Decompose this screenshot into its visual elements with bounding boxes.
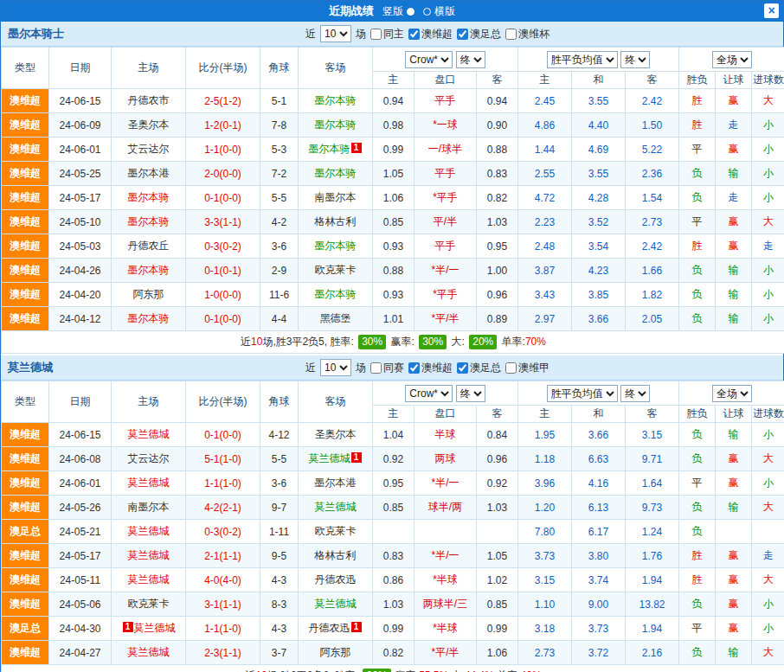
goals-result: 小 (752, 423, 784, 447)
summary-segment: 单率: (498, 336, 525, 348)
away-team[interactable]: 格林古利 (299, 544, 373, 568)
score: 1-2(0-1) (186, 113, 260, 138)
odds-company-select[interactable]: Crow* (405, 51, 453, 68)
home-team[interactable]: 阿东那 (112, 283, 186, 307)
filter-checkbox-league-2[interactable]: 澳足总 (457, 361, 501, 375)
score: 3-3(1-1) (186, 210, 260, 234)
away-team[interactable]: 墨尔本港 (299, 471, 373, 496)
home-team[interactable]: 墨尔本骑 (112, 210, 186, 234)
home-team[interactable]: 丹德农丘 (112, 234, 186, 259)
away-team[interactable]: 丹德农迅1 (299, 617, 373, 641)
layout-horizontal-option[interactable]: 横版 (423, 4, 455, 19)
euro-state-select[interactable]: 终 (620, 51, 650, 68)
league-type: 澳维超 (2, 447, 49, 471)
near-label: 近 (305, 361, 316, 375)
away-team[interactable]: 丹德农迅 (299, 568, 373, 592)
subcol-handicap: 盘口 (414, 406, 477, 423)
away-team[interactable]: 圣奥尔本 (299, 423, 373, 447)
eu-draw-odds: 3.80 (572, 544, 626, 568)
away-team[interactable]: 南墨尔本 (299, 186, 373, 210)
match-row: 澳维超24-06-15莫兰德城0-1(0-0)4-12圣奥尔本1.04半球0.8… (2, 423, 784, 447)
filter-checkbox-league-3[interactable]: 澳维杯 (505, 27, 549, 42)
home-team[interactable]: 南墨尔本 (112, 496, 186, 520)
filter-checkbox-same-venue[interactable]: 同主 (370, 27, 404, 42)
scope-select[interactable]: 全场 (712, 385, 752, 402)
home-team[interactable]: 墨尔本骑 (112, 307, 186, 331)
ah-home-odds: 0.82 (373, 641, 414, 665)
home-team[interactable]: 莫兰德城 (112, 641, 186, 665)
ah-home-odds: 1.05 (373, 162, 414, 186)
away-team[interactable]: 莫兰德城 (299, 496, 373, 520)
odds-state-select[interactable]: 终 (456, 385, 485, 402)
odds-state-select[interactable]: 终 (456, 51, 485, 68)
league-type: 澳维超 (2, 259, 49, 283)
away-team[interactable]: 莫兰德城 (299, 592, 373, 617)
score: 3-1(1-1) (186, 592, 260, 617)
league-type: 澳维超 (2, 162, 49, 186)
filter-checkbox-league-1[interactable]: 澳维超 (408, 27, 453, 42)
home-team[interactable]: 墨尔本骑 (112, 259, 186, 283)
close-icon[interactable]: × (764, 3, 779, 18)
home-team[interactable]: 莫兰德城 (112, 423, 186, 447)
handicap-result: 赢 (716, 210, 752, 234)
eu-home-odds: 2.55 (518, 162, 572, 186)
home-team[interactable]: 墨尔本骑 (112, 186, 186, 210)
team-name: 莫兰德城 (8, 360, 53, 375)
match-count-select[interactable]: 10 (320, 359, 351, 376)
corner-score: 9-7 (260, 496, 299, 520)
ah-away-odds: 0.89 (477, 307, 518, 331)
result: 负 (679, 423, 716, 447)
corner-score: 7-2 (260, 162, 299, 186)
euro-state-select[interactable]: 终 (620, 385, 650, 402)
ah-away-odds: 1.03 (477, 496, 518, 520)
away-team[interactable]: 墨尔本骑1 (299, 138, 373, 162)
handicap: *半球 (414, 568, 477, 592)
away-team[interactable]: 黑德堡 (299, 307, 373, 331)
euro-odds-select[interactable]: 胜平负均值 (547, 51, 618, 68)
home-team[interactable]: 圣奥尔本 (112, 113, 186, 138)
filter-checkbox-league-2[interactable]: 澳足总 (457, 27, 501, 42)
col-header-type: 类型 (2, 48, 49, 89)
home-team[interactable]: 莫兰德城 (112, 568, 186, 592)
home-team[interactable]: 莫兰德城 (112, 520, 186, 544)
away-team[interactable]: 墨尔本骑 (299, 162, 373, 186)
away-team[interactable]: 墨尔本骑 (299, 283, 373, 307)
away-team[interactable]: 墨尔本骑 (299, 234, 373, 259)
home-team[interactable]: 莫兰德城 (112, 544, 186, 568)
away-team[interactable]: 墨尔本骑 (299, 89, 373, 113)
away-team[interactable]: 墨尔本骑 (299, 113, 373, 138)
match-row: 澳维超24-05-26南墨尔本4-2(2-1)9-7莫兰德城0.85球半/两1.… (2, 496, 784, 520)
match-date: 24-05-21 (49, 520, 112, 544)
match-count-select[interactable]: 10 (320, 25, 351, 42)
scope-select[interactable]: 全场 (712, 51, 752, 68)
filter-checkbox-league-3[interactable]: 澳维甲 (505, 361, 549, 375)
home-team[interactable]: 墨尔本港 (112, 162, 186, 186)
filter-checkbox-league-1[interactable]: 澳维超 (408, 361, 453, 375)
handicap: 球半/两 (414, 496, 477, 520)
col-header-score: 比分(半场) (186, 381, 260, 423)
home-team[interactable]: 欧克莱卡 (112, 592, 186, 617)
home-team[interactable]: 艾云达尔 (112, 138, 186, 162)
eu-away-odds: 1.50 (626, 113, 679, 138)
away-team[interactable]: 格林古利 (299, 210, 373, 234)
euro-odds-select[interactable]: 胜平负均值 (547, 385, 618, 402)
handicap-result (716, 520, 752, 544)
result: 胜 (679, 568, 716, 592)
match-date: 24-05-26 (49, 496, 112, 520)
league-type: 澳维超 (2, 592, 49, 617)
filter-checkbox-same-competition[interactable]: 同赛 (370, 361, 404, 375)
away-team[interactable]: 欧克莱卡 (299, 259, 373, 283)
home-team[interactable]: 莫兰德城 (112, 471, 186, 496)
home-team[interactable]: 1莫兰德城 (112, 617, 186, 641)
score: 5-1(1-0) (186, 447, 260, 471)
home-team[interactable]: 丹德农市 (112, 89, 186, 113)
away-team[interactable]: 莫兰德城1 (299, 447, 373, 471)
layout-vertical-option[interactable]: 竖版 (382, 4, 414, 19)
eu-away-odds: 5.22 (626, 138, 679, 162)
away-team[interactable]: 欧克莱卡 (299, 520, 373, 544)
away-team[interactable]: 阿东那 (299, 641, 373, 665)
odds-company-select[interactable]: Crow* (405, 385, 453, 402)
score: 2-5(1-2) (186, 89, 260, 113)
subcol-ah-away: 客 (477, 72, 518, 89)
home-team[interactable]: 艾云达尔 (112, 447, 186, 471)
